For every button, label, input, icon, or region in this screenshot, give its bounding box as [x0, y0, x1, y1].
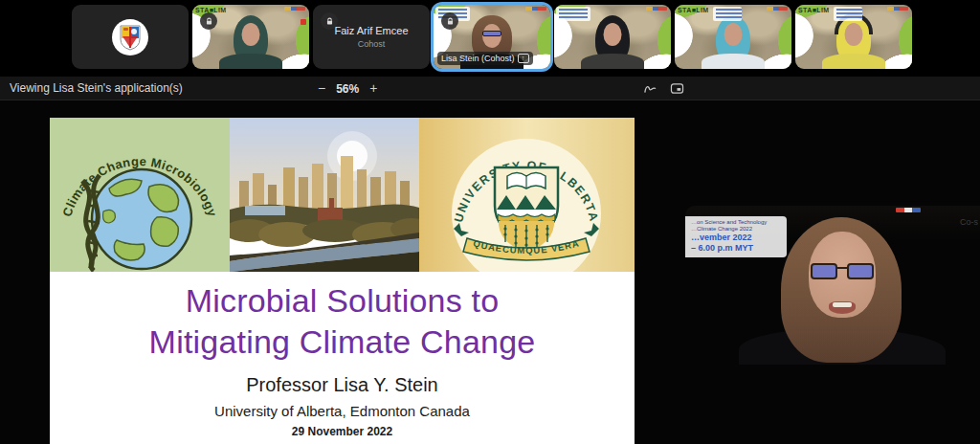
speaker-figure [766, 217, 919, 365]
annotate-icon[interactable] [643, 82, 657, 95]
participant-tile-avatar[interactable] [72, 5, 189, 69]
university-of-alberta-crest: UNIVERSITY OF ALBERTA [419, 118, 635, 272]
slide-header-images: Climate Change Microbiology [50, 118, 635, 272]
sponsor-logos [896, 208, 921, 212]
zoom-controls: − 56% + [316, 77, 379, 100]
lock-icon [321, 12, 338, 30]
staclim-logo-text: STA■LIM [678, 7, 709, 13]
participant-tile-faiz[interactable]: Faiz Arif Emcee Cohost [313, 5, 430, 69]
glasses [811, 263, 874, 281]
participant-strip: STA■LIM Faiz Arif Emcee Cohost [0, 0, 980, 77]
shared-screen-area: Climate Change Microbiology [0, 100, 980, 444]
presentation-slide: Climate Change Microbiology [50, 118, 635, 444]
banner-line1: …on Science and Technology [691, 219, 782, 226]
edmonton-skyline-photo [230, 118, 419, 272]
speaker-video[interactable]: …on Science and Technology …Climate Chan… [685, 206, 980, 365]
sponsor-logos [646, 7, 667, 11]
participant-tile-video-3[interactable]: STA■LIM [675, 5, 791, 69]
participant-tile-video-2[interactable] [554, 5, 671, 69]
lock-icon [200, 12, 217, 30]
event-banner-thumbnail [834, 7, 862, 21]
active-speaker-label: Lisa Stein (Cohost) ↑ [437, 52, 533, 65]
screen-share-indicator-icon: ↑ [518, 54, 529, 63]
event-banner-thumbnail [556, 7, 590, 21]
view-options-icon[interactable] [670, 82, 684, 95]
participant-figure [815, 15, 892, 69]
climate-change-microbiology-logo: Climate Change Microbiology [50, 118, 230, 272]
lock-icon [441, 12, 458, 30]
presenter-name: Professor Lisa Y. Stein [50, 374, 635, 396]
avatar [112, 19, 148, 56]
sponsor-logos [525, 7, 546, 11]
zoom-window: STA■LIM Faiz Arif Emcee Cohost [0, 0, 980, 444]
zoom-level[interactable]: 56% [336, 82, 359, 96]
presenter-affiliation: University of Alberta, Edmonton Canada [50, 403, 635, 419]
slide-title: Microbial Solutions to Mitigating Climat… [50, 280, 635, 363]
slide-title-line2: Mitigating Climate Change [50, 322, 635, 363]
sponsor-logos [284, 7, 305, 11]
zoom-in-button[interactable]: + [368, 77, 379, 100]
participant-figure [574, 15, 651, 69]
slide-title-line1: Microbial Solutions to [50, 280, 635, 322]
share-toolbar: Viewing Lisa Stein's application(s) − 56… [0, 77, 980, 100]
staclim-logo-text: STA■LIM [798, 7, 830, 13]
banner-line2: …Climate Change 2022 [691, 226, 782, 233]
participant-tile-lisa[interactable]: Lisa Stein (Cohost) ↑ [434, 5, 550, 69]
speaker-mouth [829, 301, 856, 314]
viewing-status-label: Viewing Lisa Stein's application(s) [10, 77, 183, 100]
participant-name: Faiz Arif Emcee [334, 25, 408, 36]
participant-tile-video-1[interactable]: STA■LIM [192, 5, 309, 69]
event-banner: …on Science and Technology …Climate Chan… [685, 216, 787, 257]
event-banner-thumbnail [713, 7, 742, 21]
banner-line3: …vember 2022 [691, 233, 782, 243]
presentation-date: 29 November 2022 [50, 425, 635, 438]
school-crest-icon [119, 24, 142, 51]
participant-figure [212, 15, 289, 69]
banner-line4: – 6.00 p.m MYT [691, 243, 782, 254]
recording-dot [301, 19, 306, 25]
cosponsor-label: Co-s [960, 217, 978, 227]
slide-footer: Professor Lisa Y. Stein University of Al… [50, 374, 635, 438]
participant-tile-video-4[interactable]: STA■LIM [795, 5, 912, 69]
participant-figure [695, 15, 771, 69]
sponsor-logos [767, 7, 788, 11]
zoom-out-button[interactable]: − [316, 77, 327, 100]
participant-role: Cohost [358, 39, 386, 49]
sponsor-logos [887, 7, 908, 11]
